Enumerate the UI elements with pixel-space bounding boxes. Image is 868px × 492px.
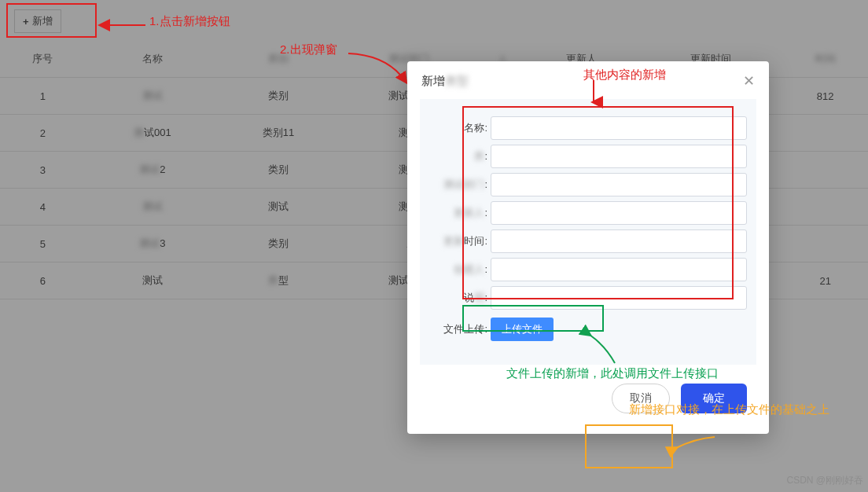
watermark: CSDN @刚刚好吞 bbox=[786, 474, 863, 487]
anno-box-fields bbox=[462, 106, 734, 299]
anno-box-add bbox=[6, 3, 97, 38]
anno-box-ok bbox=[585, 424, 673, 468]
close-icon[interactable]: ✕ bbox=[743, 72, 755, 90]
ok-button[interactable]: 确定 bbox=[681, 384, 747, 413]
cancel-button[interactable]: 取消 bbox=[612, 384, 670, 413]
anno-box-upload bbox=[462, 305, 604, 332]
modal-title: 新增类型 bbox=[421, 74, 469, 89]
